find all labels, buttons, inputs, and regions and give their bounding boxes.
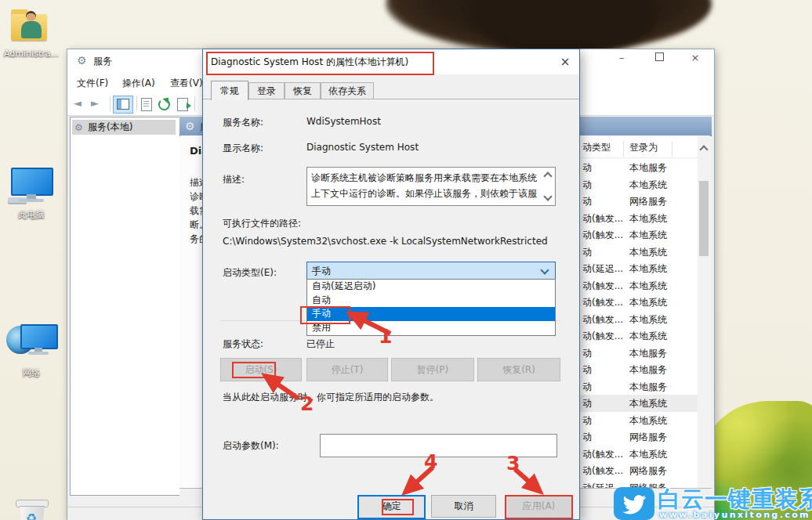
resume-button[interactable]: 恢复(R)	[477, 358, 560, 381]
startup-params-hint: 当从此处启动服务时，你可指定所适用的启动参数。	[223, 391, 439, 404]
table-row[interactable]: 动本地服务	[579, 378, 698, 395]
start-params-input[interactable]	[320, 434, 557, 457]
maximize-button[interactable]	[646, 49, 672, 67]
apply-button[interactable]: 应用(A)	[505, 495, 573, 519]
cell-logon-as: 本地系统	[629, 330, 667, 343]
scrollbar-thumb[interactable]	[699, 181, 709, 256]
services-list: 动类型 登录为 动本地服务动本地系统动网络服务动(触发...本地系统动(触发..…	[579, 135, 710, 520]
properties-icon[interactable]	[141, 98, 152, 111]
cell-logon-as: 本地系统	[629, 313, 667, 327]
services-gear-icon: ⚙	[74, 122, 83, 133]
cell-startup-type: 动	[582, 347, 626, 360]
desktop-icon-this-pc[interactable]: 此电脑	[0, 78, 63, 144]
table-row[interactable]: 动网络服务	[579, 193, 698, 210]
cell-logon-as: 本地系统	[629, 229, 667, 242]
tab-dependencies[interactable]: 依存关系	[321, 82, 374, 99]
service-status-value: 已停止	[306, 338, 335, 351]
table-row[interactable]: 动(触发...本地系统	[579, 226, 698, 244]
cell-startup-type: 动(延迟...	[582, 262, 626, 276]
desktop-icon-network[interactable]: 网络	[0, 157, 63, 226]
console-window-icon	[117, 99, 129, 110]
user-icon	[26, 11, 36, 21]
minimize-button[interactable]: –	[608, 49, 635, 67]
tab-general[interactable]: 常规	[211, 81, 248, 100]
recycle-arrows-icon: ♻	[19, 511, 44, 520]
option-auto[interactable]: 自动	[307, 294, 555, 308]
forward-icon[interactable]: ►	[91, 97, 99, 109]
table-row[interactable]: 动本地系统	[579, 176, 698, 193]
column-logon-as[interactable]: 登录为	[629, 141, 658, 154]
export-list-icon[interactable]	[177, 98, 188, 111]
table-row[interactable]: 动(触发...本地系统	[579, 327, 698, 345]
table-row[interactable]: 动(触发...本地系统	[579, 210, 698, 227]
desktop-icon-internet-explorer[interactable]: e Internet Explorer	[0, 321, 63, 407]
cell-startup-type: 动(触发...	[582, 313, 626, 327]
chevron-down-icon[interactable]	[543, 192, 552, 200]
table-row[interactable]: 动(延迟...本地系统	[579, 260, 698, 277]
cell-startup-type: 动	[582, 397, 626, 410]
table-row[interactable]: 动本地系统	[579, 395, 698, 412]
pause-button[interactable]: 暂停(P)	[391, 358, 474, 381]
cancel-button[interactable]: 取消	[431, 495, 496, 518]
table-row[interactable]: 动(触发...本地系统	[579, 446, 698, 463]
cell-logon-as: 本地系统	[629, 448, 667, 461]
vertical-scrollbar[interactable]	[698, 135, 710, 520]
table-row[interactable]: 动(触发...本地系统	[579, 311, 698, 328]
cell-startup-type: 动	[582, 179, 626, 192]
table-row[interactable]: 动网络服务	[579, 428, 698, 446]
back-icon[interactable]: ◄	[74, 97, 82, 109]
tree-item-label: 服务(本地)	[88, 120, 132, 135]
annotation-box-ok	[382, 499, 414, 515]
cell-startup-type: 动(触发...	[582, 212, 626, 226]
table-row[interactable]: 动本地系统	[579, 244, 698, 261]
dialog-close-button[interactable]: ×	[554, 52, 576, 71]
menu-file[interactable]: 文件(F)	[77, 77, 108, 90]
column-startup-type[interactable]: 动类型	[582, 141, 611, 154]
table-row[interactable]: 动(触发...本地系统	[579, 294, 698, 311]
cell-logon-as: 本地系统	[629, 414, 667, 428]
desktop-icon-recycle-bin[interactable]: ♻ 回收站	[0, 244, 63, 307]
cell-startup-type: 动	[582, 161, 626, 175]
menu-view[interactable]: 查看(V)	[170, 77, 203, 90]
cell-startup-type: 动	[582, 195, 626, 208]
table-row[interactable]: 动本地服务	[579, 361, 698, 378]
table-row[interactable]: 动本地服务	[579, 345, 698, 362]
option-auto-delayed[interactable]: 自动(延迟启动)	[307, 280, 555, 294]
menu-action[interactable]: 操作(A)	[122, 77, 155, 90]
cell-startup-type: 动(触发...	[582, 280, 626, 293]
cell-logon-as: 本地服务	[629, 347, 667, 360]
cell-logon-as: 本地系统	[629, 262, 667, 276]
cell-startup-type: 动(触发...	[582, 448, 626, 461]
cell-logon-as: 本地服务	[629, 381, 667, 394]
cell-logon-as: 本地系统	[629, 296, 667, 309]
table-row[interactable]: 动本地系统	[579, 412, 698, 429]
annotation-step-3: 3	[506, 452, 520, 475]
close-button[interactable]: ×	[682, 49, 709, 67]
tab-recovery[interactable]: 恢复	[285, 82, 321, 99]
maximize-icon	[655, 52, 664, 61]
table-row[interactable]: 动(触发...本地系统	[579, 277, 698, 294]
desktop-icon-administrator[interactable]: Administra...	[0, 0, 63, 63]
stop-button[interactable]: 停止(T)	[306, 358, 388, 381]
refresh-icon[interactable]	[158, 99, 170, 110]
startup-type-combobox[interactable]: 手动	[306, 262, 556, 280]
chevron-down-icon	[540, 265, 549, 274]
description-field[interactable]: 诊断系统主机被诊断策略服务用来承载需要在本地系统 上下文中运行的诊断。如果停止该…	[306, 167, 556, 206]
description-label: 描述:	[223, 173, 245, 186]
cell-logon-as: 网络服务	[629, 431, 667, 444]
scroll-up-button[interactable]	[698, 142, 710, 155]
table-row[interactable]: 动本地服务	[579, 159, 698, 176]
tree-item-services-local[interactable]: ⚙ 服务(本地)	[72, 120, 176, 135]
cell-logon-as: 本地系统	[629, 280, 667, 293]
show-console-tree-button[interactable]	[113, 96, 133, 114]
chevron-up-icon[interactable]	[543, 172, 552, 180]
path-label: 可执行文件的路径:	[223, 217, 301, 230]
cell-startup-type: 动(触发...	[582, 330, 626, 343]
cell-startup-type: 动(触发...	[582, 229, 626, 242]
start-params-label: 启动参数(M):	[223, 439, 279, 453]
table-row[interactable]: 动(触发...网络服务	[579, 462, 698, 479]
cell-startup-type: 动(触发...	[582, 464, 626, 478]
list-column-headers: 动类型 登录为	[579, 135, 698, 158]
tab-logon[interactable]: 登录	[248, 82, 285, 99]
services-gear-icon: ⚙	[77, 55, 87, 66]
